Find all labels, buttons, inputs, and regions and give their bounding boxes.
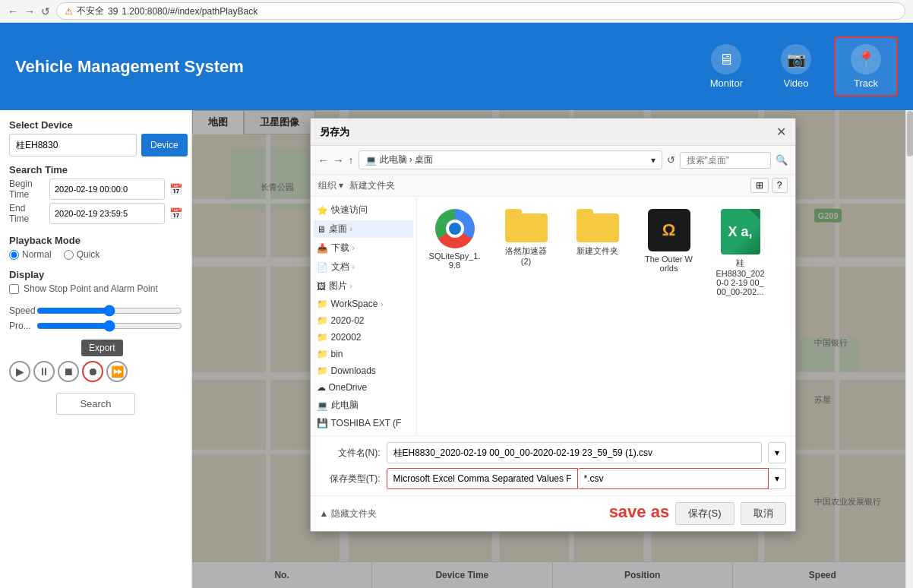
- show-stop-checkbox[interactable]: [9, 284, 19, 294]
- tree-bin[interactable]: 📁 bin: [314, 346, 413, 362]
- quick-radio-label[interactable]: Quick: [64, 249, 100, 260]
- folder-icon: 📁: [317, 349, 328, 359]
- end-calendar-icon[interactable]: 📅: [169, 207, 182, 220]
- playback-modes: Normal Quick: [9, 249, 182, 260]
- end-time-input[interactable]: [49, 203, 165, 224]
- view-grid-button[interactable]: ⊞: [750, 178, 769, 193]
- breadcrumb-text: 此电脑 › 桌面: [380, 153, 434, 166]
- tree-label: 202002: [331, 332, 362, 343]
- controls-section: Export ▶ ⏸ ⏹ ⏺ ⏩: [9, 340, 182, 378]
- pic-icon: 🖼: [317, 281, 326, 292]
- new-folder-button[interactable]: 新建文件夹: [349, 179, 395, 192]
- speed-label: Speed: [9, 305, 32, 316]
- track-icon: 📍: [851, 44, 881, 74]
- arrow-icon: ›: [350, 282, 352, 290]
- dialog-close-button[interactable]: ✕: [776, 125, 786, 139]
- tree-workspace[interactable]: 📁 WorkSpace ›: [314, 296, 413, 311]
- filename-dropdown-button[interactable]: ▾: [768, 442, 786, 463]
- save-button[interactable]: 保存(S): [675, 502, 734, 525]
- search-icon[interactable]: 🔍: [776, 154, 788, 166]
- device-input[interactable]: [9, 134, 137, 156]
- arrow-icon: ›: [352, 263, 355, 271]
- tree-dl-folder[interactable]: 📁 Downloads: [314, 363, 413, 378]
- export-button[interactable]: Export: [81, 340, 123, 356]
- video-icon: 📷: [781, 44, 811, 74]
- up-nav-button[interactable]: ↑: [349, 154, 354, 166]
- excel-app-icon: X a,: [721, 209, 760, 254]
- tree-toshiba[interactable]: 💾 TOSHIBA EXT (F: [314, 416, 413, 431]
- quick-radio[interactable]: [64, 250, 74, 260]
- forward-button[interactable]: →: [24, 5, 35, 17]
- refresh-button[interactable]: ↺: [667, 154, 675, 166]
- file-csv-export[interactable]: X a, 桂EH8830_2020-0 2-19 00_00_00-202...: [710, 204, 771, 301]
- back-nav-button[interactable]: ←: [318, 154, 329, 166]
- hide-folders-button[interactable]: ▲ 隐藏文件夹: [320, 507, 377, 520]
- tree-onedrive[interactable]: ☁ OneDrive: [314, 380, 413, 395]
- nav-track[interactable]: 📍 Track: [834, 36, 898, 96]
- filetype-input[interactable]: [387, 468, 578, 489]
- tree-desktop[interactable]: 🖥 桌面 ›: [314, 220, 413, 238]
- download-icon: 📥: [317, 243, 328, 254]
- begin-time-input[interactable]: [49, 179, 165, 200]
- normal-radio-label[interactable]: Normal: [9, 249, 52, 260]
- dialog-nav: ← → ↑ 💻 此电脑 › 桌面 ▾ ↺ 🔍: [311, 146, 795, 175]
- playback-mode-label: Playback Mode: [9, 235, 182, 246]
- tree-this-pc[interactable]: 💻 此电脑: [314, 397, 413, 414]
- star-icon: ⭐: [317, 205, 328, 216]
- progress-slider[interactable]: [36, 320, 182, 332]
- dialog-body: ⭐ 快速访问 🖥 桌面 › 📥 下载 ›: [311, 197, 795, 435]
- tree-pictures[interactable]: 🖼 图片 ›: [314, 277, 413, 295]
- cancel-button[interactable]: 取消: [741, 502, 786, 525]
- filetype-dropdown-button[interactable]: ▾: [769, 468, 786, 489]
- pause-button[interactable]: ⏸: [33, 361, 55, 382]
- tree-202002[interactable]: 📁 202002: [314, 330, 413, 345]
- file-sqlitespy[interactable]: SQLiteSpy_1.9.8: [425, 204, 485, 301]
- reload-button[interactable]: ↺: [41, 5, 50, 17]
- speed-slider[interactable]: [36, 305, 182, 317]
- filetype-row-inner: ▾: [387, 468, 786, 489]
- nav-video[interactable]: 📷 Video: [766, 38, 826, 95]
- show-stop-label[interactable]: Show Stop Point and Alarm Point: [9, 283, 182, 294]
- normal-radio[interactable]: [9, 250, 19, 260]
- forward-nav-button[interactable]: →: [333, 154, 344, 166]
- pc-icon: 💻: [317, 400, 328, 411]
- tree-quick-access[interactable]: ⭐ 快速访问: [314, 201, 413, 219]
- filetype-ext-input[interactable]: [578, 468, 769, 489]
- back-button[interactable]: ←: [8, 5, 18, 17]
- scrollbar[interactable]: [905, 110, 913, 588]
- file-new-folder[interactable]: 新建文件夹: [567, 204, 628, 301]
- file-accelerator[interactable]: 洛然加速器(2): [496, 204, 557, 301]
- record-button[interactable]: ⏺: [82, 361, 103, 382]
- map-area: G209 G209 长青公园 北部湾广场 大润发 中国银行 潮州城 苏屋 西塘村…: [192, 110, 913, 588]
- file-label: 桂EH8830_2020-0 2-19 00_00_00-202...: [715, 258, 766, 296]
- help-button[interactable]: ?: [772, 178, 788, 193]
- tree-2020-02[interactable]: 📁 2020-02: [314, 313, 413, 328]
- tree-documents[interactable]: 📄 文档 ›: [314, 258, 413, 276]
- breadcrumb-dropdown-icon[interactable]: ▾: [651, 155, 656, 166]
- filename-input[interactable]: [387, 442, 762, 463]
- folder-icon: 📁: [317, 332, 328, 343]
- search-time-section: Search Time Begin Time 📅 End Time 📅: [9, 164, 182, 227]
- save-as-label: save as: [609, 502, 670, 525]
- nav-monitor[interactable]: 🖥 Monitor: [695, 38, 758, 95]
- organize-button[interactable]: 组织 ▾: [318, 179, 343, 192]
- speed-row: Speed: [9, 305, 182, 317]
- file-outer-worlds[interactable]: Ω The Outer Worlds: [639, 204, 700, 301]
- tree-downloads[interactable]: 📥 下载 ›: [314, 239, 413, 257]
- search-button[interactable]: Search: [56, 393, 134, 415]
- tab-num: 39: [108, 6, 118, 17]
- url-bar[interactable]: ⚠ 不安全 39 1.200:8080/#/index/pathPlayBack: [56, 2, 905, 20]
- dialog-search-input[interactable]: [680, 152, 771, 169]
- folder-body: [505, 213, 548, 242]
- playback-mode-section: Playback Mode Normal Quick: [9, 235, 182, 260]
- begin-calendar-icon[interactable]: 📅: [169, 183, 182, 195]
- play-button[interactable]: ▶: [9, 361, 30, 382]
- filetype-label: 保存类型(T):: [320, 473, 381, 485]
- file-label: 洛然加速器(2): [501, 245, 552, 266]
- folder-icon: 📁: [317, 315, 328, 326]
- stop-button[interactable]: ⏹: [58, 361, 79, 382]
- display-section: Display Show Stop Point and Alarm Point: [9, 269, 182, 294]
- fast-forward-button[interactable]: ⏩: [106, 361, 128, 382]
- track-label: Track: [854, 77, 878, 89]
- device-button[interactable]: Device: [141, 134, 188, 156]
